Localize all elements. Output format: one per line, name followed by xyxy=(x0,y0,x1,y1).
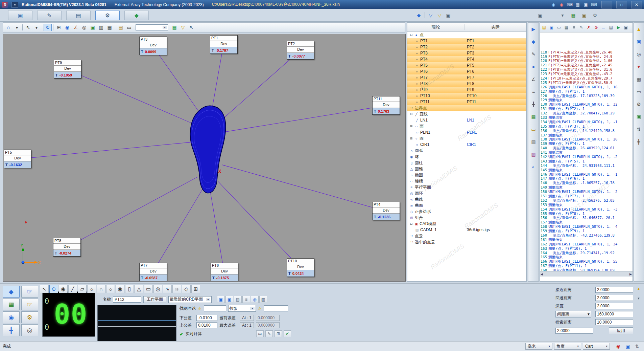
found-theory-input[interactable] xyxy=(204,305,226,311)
angle-measure-icon[interactable]: ∠ xyxy=(529,75,538,83)
curve-tool[interactable]: ∿ xyxy=(163,285,172,293)
code-line[interactable]: 165测量结束 xyxy=(540,255,633,259)
code-line[interactable]: 126调用/M(EASI_CLEARPLN_GOTO), 1, 16 xyxy=(540,85,633,89)
display-monitor-icon[interactable]: ▣ xyxy=(444,12,452,19)
feature-name-input[interactable]: PT12 xyxy=(113,297,141,303)
tree-row[interactable]: ∘PT1PT1 xyxy=(407,38,526,44)
theory-column-header[interactable]: 理论 xyxy=(407,24,464,30)
view-orientation-tool[interactable]: ◎ xyxy=(80,24,88,31)
list-view-icon[interactable]: ≡ xyxy=(242,296,250,303)
zoom-window-tool[interactable]: ⊞ xyxy=(55,24,63,31)
code-line[interactable]: 143测量/点, F(PT5), 1 xyxy=(540,159,633,163)
tree-row[interactable]: ▱PLN1PLN1 xyxy=(407,129,526,135)
param-input[interactable]: 160.0000 xyxy=(595,311,633,317)
code-line[interactable]: 140 测点/直角坐标, 26.403929,124.61 xyxy=(540,146,633,150)
program-view-button[interactable]: ▦ xyxy=(3,299,20,310)
matrix-icon[interactable]: ▥ xyxy=(259,296,267,303)
tab-program[interactable]: ✎ xyxy=(37,10,62,20)
keyboard2-icon[interactable]: ⌨ xyxy=(591,2,597,8)
line-tool[interactable]: ╱ xyxy=(68,285,77,293)
dro-display-icon[interactable]: ◐ xyxy=(529,163,538,171)
minimize-button[interactable]: – xyxy=(601,1,612,8)
sensor-icon[interactable]: ◎ xyxy=(251,296,259,303)
code-line[interactable]: 151测量/点, F(PT7), 1 xyxy=(540,194,633,198)
hand-probe-button[interactable]: ☞ xyxy=(21,286,38,298)
tree-row[interactable]: ⊞组合 xyxy=(407,215,526,221)
clear-icon[interactable]: ✗ xyxy=(585,24,592,31)
measure-callout-pt4[interactable]: PT4DevT-0.1236 xyxy=(372,202,400,220)
param-input[interactable]: 2.0000 xyxy=(595,287,633,293)
3d-viewport[interactable]: X Y X PT3DevT0.0099PT1DevT-0.1797PT2DevT… xyxy=(3,34,406,282)
code-line[interactable]: 152 测点/直角坐标, -2.456376,-52.05 xyxy=(540,198,633,203)
expander-icon[interactable]: ⊟ xyxy=(409,125,413,128)
expander-icon[interactable]: ⊟ xyxy=(409,33,413,37)
code-line[interactable]: 122F(PT8)=元素定义/点,直角坐标,-31.6 xyxy=(540,67,633,72)
coordinate-tool[interactable]: ∠ xyxy=(72,24,80,31)
corner-probe-icon[interactable]: ▲ xyxy=(635,286,642,292)
chevron-down-icon[interactable]: ▾ xyxy=(163,26,167,29)
scroll-right-icon[interactable]: ▶ xyxy=(629,272,632,276)
tree-row[interactable]: ⊟╱直线 xyxy=(407,111,526,117)
param-input[interactable]: 10.0000 xyxy=(595,319,633,325)
code-line[interactable]: 127测量/点, F(PT1), 1 xyxy=(540,89,633,94)
user-status-icon[interactable]: ◉ xyxy=(550,2,557,8)
tree-row[interactable]: ╱LN1LN1 xyxy=(407,117,526,123)
flash-icon[interactable]: ▲ xyxy=(635,25,643,33)
tree-row[interactable]: ∘PT3PT3 xyxy=(407,50,526,56)
code-line[interactable]: 128 测点/直角坐标, 17.183223,189.39 xyxy=(540,94,633,98)
dock-window-icon[interactable]: ▣ xyxy=(536,12,544,19)
projection-dropdown[interactable]: 投影 ▾ xyxy=(228,305,256,312)
probe-drop-icon[interactable]: ● xyxy=(529,63,538,70)
tab-report[interactable]: ▤ xyxy=(66,10,91,20)
report-chart-icon[interactable]: ▦ xyxy=(529,113,538,120)
code-line[interactable]: 124F(PT10)=元素定义/点,直角坐标,29.7 xyxy=(540,76,633,81)
add-icon[interactable]: ╋ xyxy=(635,138,643,146)
code-line[interactable]: 125F(PT11)=元素定义/点,直角坐标,50.9 xyxy=(540,81,633,85)
cad-model-sole[interactable] xyxy=(190,106,225,193)
expander-icon[interactable]: ⊟ xyxy=(409,112,413,116)
home-button[interactable]: ⌂ xyxy=(4,24,13,31)
cylinder-tool[interactable]: ▯ xyxy=(125,285,134,293)
select-tool[interactable]: ↖ xyxy=(24,24,32,31)
feature-model-icon[interactable]: ◆ xyxy=(415,12,423,19)
expander-icon[interactable]: ⊟ xyxy=(409,222,413,225)
tree-row[interactable]: ○CIR1CIR1 xyxy=(407,141,526,148)
code-line[interactable]: 139测量/点, F(PT4), 1 xyxy=(540,141,633,146)
scroll-left-icon[interactable]: ◀ xyxy=(541,272,543,276)
code-line[interactable]: 162调用/M(EASI_CLEARPLN_GOTO), 1, 34 xyxy=(540,242,633,246)
tree-row[interactable]: ∘PT6PT6 xyxy=(407,68,526,74)
code-line[interactable]: 138调用/M(EASI_CLEARPLN_GOTO), 1, 26 xyxy=(540,137,633,141)
view-combobox[interactable]: ▾ xyxy=(136,24,168,30)
expander-icon[interactable]: ⊟ xyxy=(409,137,413,140)
system-menu-icon[interactable]: ≡ xyxy=(11,2,18,8)
pin-icon[interactable]: ▼ xyxy=(635,63,643,70)
upper-tolerance-input[interactable]: 0.0100 xyxy=(196,322,217,328)
auto-point-tool[interactable]: ◉ xyxy=(59,285,68,293)
param-input[interactable]: 2.0000 xyxy=(595,303,633,309)
code-line[interactable]: 147测量/点, F(PT6), 1 xyxy=(540,176,633,181)
code-line[interactable]: 130调用/M(EASI_CLEARPLN_GOTO), 1, 32 xyxy=(540,102,633,107)
palette-icon[interactable]: ▨ xyxy=(529,151,538,158)
align-button[interactable]: ◉ xyxy=(3,311,20,323)
angle-dropdown[interactable]: 角度 ▾ xyxy=(554,343,581,350)
code-line[interactable]: 121F(PT7)=元素定义/点,直角坐标,-2.45 xyxy=(540,63,633,67)
measure-callout-pt1[interactable]: PT1DevT-0.1797 xyxy=(210,35,238,54)
code-line[interactable]: 131测量/点, F(PT2), 1 xyxy=(540,107,633,111)
edit-pencil-icon[interactable]: ✎ xyxy=(529,50,538,58)
layers-icon[interactable]: ▤ xyxy=(529,138,538,146)
tree-row[interactable]: ∘PT11PT11 xyxy=(407,99,526,105)
wrench-icon[interactable]: ⚙ xyxy=(591,12,599,19)
delete-icon[interactable]: ⊗ xyxy=(593,24,600,31)
measure-callout-pt7[interactable]: PT7DevT-0.0587 xyxy=(139,263,167,281)
tree-row[interactable]: △圆锥 xyxy=(407,166,526,172)
monitor-icon[interactable]: ▣ xyxy=(622,24,629,31)
code-hscrollbar[interactable]: ◀ ▶ xyxy=(540,271,633,277)
back-icon[interactable]: ← xyxy=(600,24,607,31)
keyboard-icon[interactable]: ⌨ xyxy=(566,2,573,8)
camera-icon[interactable]: ▣ xyxy=(580,12,588,19)
corner-caret-icon[interactable]: ▾ xyxy=(635,295,642,301)
units-dropdown[interactable]: 毫米 ▾ xyxy=(525,343,552,350)
tree-row[interactable]: ≡平行平面 xyxy=(407,184,526,190)
chevron-down-icon[interactable]: ▾ xyxy=(206,298,210,301)
tree-row[interactable]: ⊟●点 xyxy=(407,32,526,38)
